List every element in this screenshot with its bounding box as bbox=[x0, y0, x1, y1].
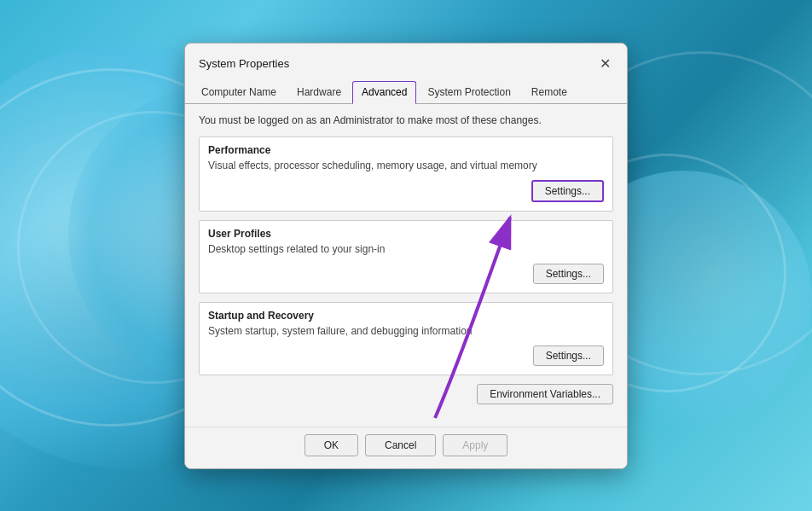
cancel-button[interactable]: Cancel bbox=[365, 434, 436, 456]
startup-recovery-section: Startup and Recovery System startup, sys… bbox=[199, 302, 613, 375]
user-profiles-section: User Profiles Desktop settings related t… bbox=[199, 220, 613, 293]
env-variables-row: Environment Variables... bbox=[199, 384, 613, 404]
ok-button[interactable]: OK bbox=[304, 434, 358, 456]
startup-recovery-title: Startup and Recovery bbox=[208, 310, 604, 322]
startup-recovery-settings-button[interactable]: Settings... bbox=[533, 346, 604, 366]
close-button[interactable]: ✕ bbox=[593, 52, 617, 76]
apply-button[interactable]: Apply bbox=[443, 434, 508, 456]
performance-title: Performance bbox=[208, 144, 604, 156]
dialog-overlay: System Properties ✕ Computer Name Hardwa… bbox=[0, 0, 812, 511]
title-bar: System Properties ✕ bbox=[185, 44, 627, 76]
performance-description: Visual effects, processor scheduling, me… bbox=[208, 160, 604, 171]
tab-computer-name[interactable]: Computer Name bbox=[192, 81, 286, 103]
tab-bar: Computer Name Hardware Advanced System P… bbox=[185, 76, 627, 103]
admin-notice: You must be logged on as an Administrato… bbox=[199, 114, 613, 126]
dialog-title: System Properties bbox=[199, 57, 289, 70]
tab-remote[interactable]: Remote bbox=[522, 81, 577, 103]
user-profiles-settings-button[interactable]: Settings... bbox=[533, 264, 604, 284]
user-profiles-title: User Profiles bbox=[208, 228, 604, 240]
performance-settings-button[interactable]: Settings... bbox=[531, 180, 604, 202]
tab-system-protection[interactable]: System Protection bbox=[418, 81, 519, 103]
startup-recovery-description: System startup, system failure, and debu… bbox=[208, 325, 604, 337]
dialog-footer: OK Cancel Apply bbox=[185, 427, 627, 468]
tab-content-advanced: You must be logged on as an Administrato… bbox=[185, 103, 627, 427]
tab-advanced[interactable]: Advanced bbox=[352, 81, 416, 104]
performance-section: Performance Visual effects, processor sc… bbox=[199, 136, 613, 212]
environment-variables-button[interactable]: Environment Variables... bbox=[477, 384, 613, 404]
user-profiles-description: Desktop settings related to your sign-in bbox=[208, 243, 604, 255]
tab-hardware[interactable]: Hardware bbox=[287, 81, 351, 103]
system-properties-dialog: System Properties ✕ Computer Name Hardwa… bbox=[184, 43, 628, 469]
